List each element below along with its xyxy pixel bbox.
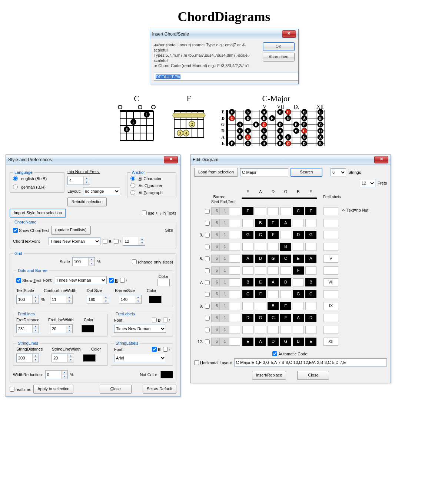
- note-cell[interactable]: E: [305, 338, 316, 346]
- note-cell[interactable]: E: [293, 255, 304, 263]
- note-cell[interactable]: [305, 219, 316, 227]
- textscale-spinner[interactable]: ▲▼: [16, 295, 39, 304]
- note-cell[interactable]: F: [242, 207, 253, 215]
- dots-text-color-swatch[interactable]: [157, 279, 170, 286]
- barree-row-checkbox[interactable]: [205, 256, 210, 261]
- fretlabel-input[interactable]: XII: [323, 338, 338, 346]
- note-cell[interactable]: [280, 231, 291, 239]
- stringlabels-bold-checkbox[interactable]: [152, 347, 157, 352]
- note-cell[interactable]: B: [280, 243, 291, 251]
- note-cell[interactable]: F: [305, 207, 316, 215]
- note-cell[interactable]: D: [305, 314, 316, 322]
- barree-row-checkbox[interactable]: [205, 292, 210, 297]
- lang-german-radio[interactable]: [13, 185, 18, 189]
- fretlabel-input[interactable]: IX: [323, 302, 338, 310]
- note-cell[interactable]: A: [305, 255, 316, 263]
- anchor-at-para-radio[interactable]: [130, 190, 135, 195]
- note-cell[interactable]: A: [268, 278, 279, 286]
- show-text-checkbox[interactable]: [16, 278, 21, 283]
- note-cell[interactable]: B: [255, 219, 266, 227]
- fretline-color-swatch[interactable]: [82, 325, 94, 332]
- note-cell[interactable]: [268, 290, 279, 298]
- note-cell[interactable]: [255, 243, 266, 251]
- note-cell[interactable]: B: [268, 302, 279, 310]
- note-cell[interactable]: [293, 243, 304, 251]
- anchor-as-char-radio[interactable]: [130, 183, 135, 188]
- note-cell[interactable]: [280, 290, 291, 298]
- barree-row-checkbox[interactable]: [205, 209, 210, 214]
- note-cell[interactable]: [255, 266, 266, 275]
- note-cell[interactable]: [268, 207, 279, 215]
- note-cell[interactable]: E: [242, 338, 253, 346]
- note-cell[interactable]: A: [280, 219, 291, 227]
- note-cell[interactable]: [255, 207, 266, 215]
- barree-text-input[interactable]: [229, 266, 240, 275]
- code-input[interactable]: [234, 358, 387, 366]
- use-sharps-checkbox[interactable]: [142, 210, 147, 215]
- note-cell[interactable]: [280, 207, 291, 215]
- min-frets-spinner[interactable]: ▲▼: [67, 176, 90, 185]
- stringdistance-spinner[interactable]: ▲▼: [16, 354, 39, 362]
- note-cell[interactable]: C: [305, 290, 316, 298]
- diagram-name-input[interactable]: [240, 168, 288, 176]
- dots-color-swatch[interactable]: [149, 296, 162, 303]
- barree-text-input[interactable]: [229, 243, 240, 251]
- note-cell[interactable]: [293, 278, 304, 286]
- insert-replace-button[interactable]: Insert/Replace: [252, 371, 286, 380]
- import-style-button[interactable]: Import Style from selection: [10, 209, 66, 218]
- note-cell[interactable]: B: [305, 278, 316, 286]
- note-cell[interactable]: F: [293, 266, 304, 275]
- fretlabel-input[interactable]: [323, 243, 338, 251]
- note-cell[interactable]: G: [293, 290, 304, 298]
- ok-button[interactable]: OK: [263, 42, 295, 51]
- dotsize-spinner[interactable]: ▲▼: [87, 295, 109, 304]
- apply-to-selection-button[interactable]: Apply to selection: [33, 385, 73, 394]
- note-cell[interactable]: [255, 326, 266, 334]
- close-icon[interactable]: ✕: [374, 156, 388, 163]
- note-cell[interactable]: B: [293, 338, 304, 346]
- strings-select[interactable]: 6: [331, 168, 346, 176]
- load-from-selection-button[interactable]: Load from selection: [194, 168, 238, 177]
- note-cell[interactable]: [293, 219, 304, 227]
- dots-font-select[interactable]: Times New Roman: [55, 276, 107, 284]
- chordtext-italic-checkbox[interactable]: [114, 239, 119, 244]
- note-cell[interactable]: [305, 266, 316, 275]
- note-cell[interactable]: D: [242, 314, 253, 322]
- barree-text-input[interactable]: [229, 207, 240, 215]
- note-cell[interactable]: E: [280, 302, 291, 310]
- note-cell[interactable]: E: [268, 219, 279, 227]
- close-icon[interactable]: ✕: [282, 30, 296, 38]
- stringlabels-italic-checkbox[interactable]: [163, 347, 168, 352]
- note-cell[interactable]: G: [255, 314, 266, 322]
- realtime-checkbox[interactable]: [10, 387, 14, 392]
- note-cell[interactable]: A: [255, 338, 266, 346]
- note-cell[interactable]: G: [280, 338, 291, 346]
- note-cell[interactable]: C: [268, 314, 279, 322]
- barree-text-input[interactable]: [229, 219, 240, 227]
- widthreduction-spinner[interactable]: ▲▼: [45, 370, 68, 379]
- close-button[interactable]: Close: [100, 385, 132, 394]
- dots-italic-checkbox[interactable]: [120, 278, 125, 283]
- chord-code-input[interactable]: DEFAULT://///: [154, 73, 298, 81]
- fretlabel-input[interactable]: [323, 326, 338, 334]
- stringline-color-swatch[interactable]: [83, 354, 96, 362]
- note-cell[interactable]: [268, 326, 279, 334]
- note-cell[interactable]: D: [268, 338, 279, 346]
- grid-scale-spinner[interactable]: ▲▼: [72, 257, 95, 266]
- fretlabel-input[interactable]: [323, 231, 338, 239]
- barree-text-input[interactable]: [229, 231, 240, 239]
- note-cell[interactable]: G: [268, 255, 279, 263]
- nut-color-swatch[interactable]: [160, 371, 173, 378]
- update-fontlists-button[interactable]: (update Fontlists): [51, 226, 91, 235]
- barree-row-checkbox[interactable]: [205, 316, 210, 321]
- note-cell[interactable]: G: [305, 231, 316, 239]
- layout-select[interactable]: no change: [83, 187, 120, 195]
- stringlinewidth-spinner[interactable]: ▲▼: [52, 354, 74, 362]
- barree-row-checkbox[interactable]: [205, 280, 210, 285]
- note-cell[interactable]: F: [280, 314, 291, 322]
- anchor-at-char-radio[interactable]: [130, 176, 135, 181]
- barreesize-spinner[interactable]: ▲▼: [119, 295, 142, 304]
- close-icon[interactable]: ✕: [164, 156, 178, 163]
- fretlabels-italic-checkbox[interactable]: [163, 318, 168, 322]
- cancel-button[interactable]: Abbrechen: [263, 53, 295, 62]
